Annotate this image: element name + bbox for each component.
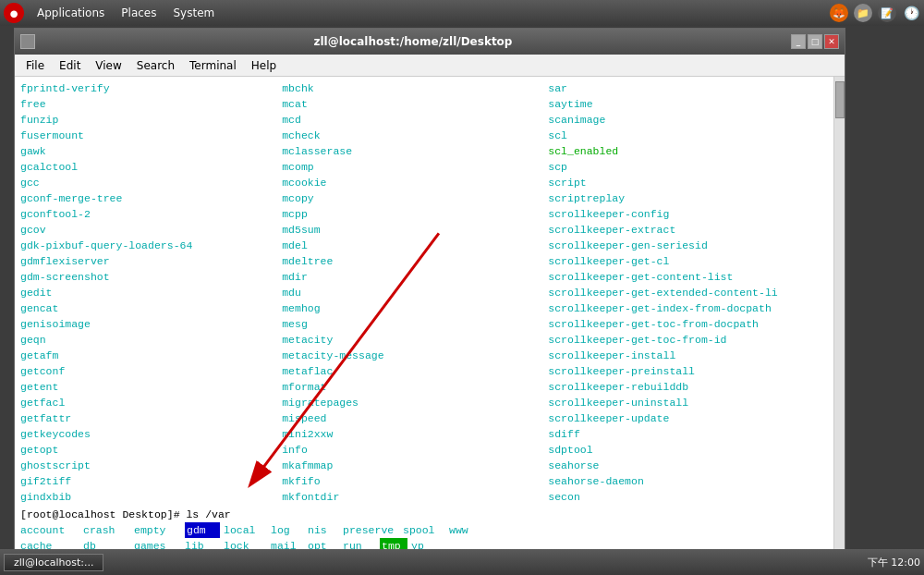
window-icon <box>20 34 35 49</box>
app-menu-icon: ● <box>4 3 24 23</box>
gedit-icon[interactable]: 📝 <box>878 4 896 22</box>
command-line-ls: [root@localhost Desktop]# ls /var <box>20 507 828 522</box>
view-menu[interactable]: View <box>88 57 128 74</box>
terminal-window: zll@localhost:/home/zll/Desktop _ □ ✕ Fi… <box>14 28 845 559</box>
applications-menu[interactable]: Applications <box>30 5 112 21</box>
terminal-content[interactable]: fprintd-verify free funzip fusermount ga… <box>15 77 845 558</box>
close-button[interactable]: ✕ <box>824 34 839 49</box>
system-menu[interactable]: System <box>165 5 222 21</box>
taskbar: ● Applications Places System 🦊 📁 📝 🕐 <box>0 0 924 26</box>
bottom-clock: 下午 12:00 <box>868 556 920 569</box>
column-3: sar saytime scanimage scl scl_enabled sc… <box>548 80 828 505</box>
terminal-scroll-area: fprintd-verify free funzip fusermount ga… <box>15 77 833 558</box>
gdm-item-highlighted: gdm <box>185 522 220 538</box>
account-item: account <box>20 522 83 538</box>
scrollbar-thumb[interactable] <box>835 81 845 118</box>
scrollbar[interactable] <box>833 77 845 558</box>
search-menu[interactable]: Search <box>129 57 182 74</box>
www-item: www <box>449 522 468 538</box>
terminal-menu[interactable]: Terminal <box>182 57 244 74</box>
log-item: log <box>271 522 308 538</box>
column-1: fprintd-verify free funzip fusermount ga… <box>20 80 282 505</box>
ls-row-1: account crash empty gdm local log nis pr… <box>20 522 828 538</box>
firefox-icon[interactable]: 🦊 <box>830 4 848 22</box>
edit-menu[interactable]: Edit <box>52 57 88 74</box>
minimize-button[interactable]: _ <box>791 34 806 49</box>
maximize-button[interactable]: □ <box>808 34 822 49</box>
spool-item: spool <box>403 522 449 538</box>
empty-item: empty <box>134 522 185 538</box>
column-2: mbchk mcat mcd mcheck mclasserase mcomp … <box>282 80 548 505</box>
taskbar-task-item[interactable]: zll@localhost:... <box>4 554 103 571</box>
nis-item: nis <box>308 522 343 538</box>
bottom-taskbar: zll@localhost:... 下午 12:00 <box>0 549 924 575</box>
clock-icon: 🕐 <box>902 4 920 22</box>
preserve-item: preserve <box>343 522 403 538</box>
local-item: local <box>220 522 271 538</box>
file-menu[interactable]: File <box>18 57 52 74</box>
help-menu[interactable]: Help <box>244 57 284 74</box>
crash-item: crash <box>83 522 134 538</box>
menu-bar: File Edit View Search Terminal Help <box>15 55 845 77</box>
places-menu[interactable]: Places <box>114 5 164 21</box>
window-title: zll@localhost:/home/zll/Desktop <box>41 35 785 48</box>
window-titlebar: zll@localhost:/home/zll/Desktop _ □ ✕ <box>15 29 845 55</box>
folder-icon[interactable]: 📁 <box>854 4 872 22</box>
